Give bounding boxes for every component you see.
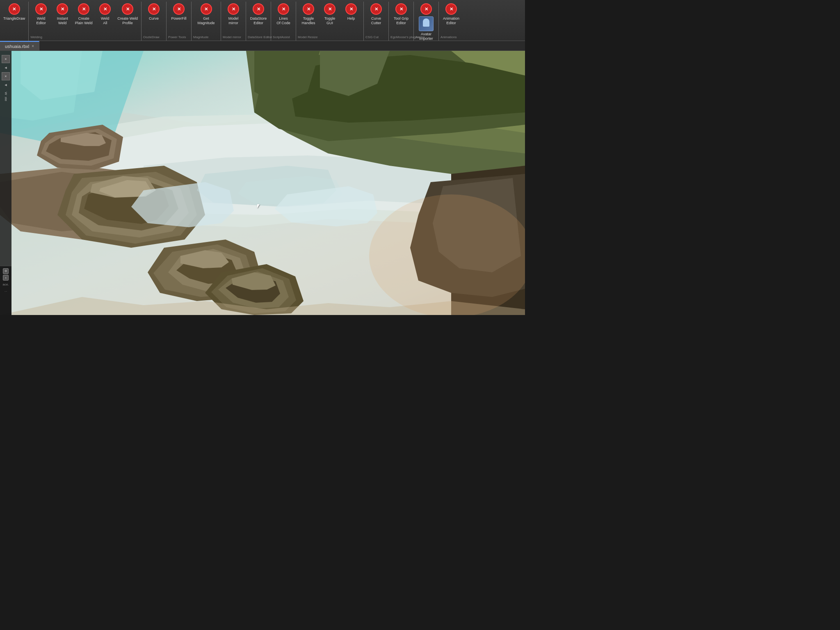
toolbar-item-create-weld-profile[interactable]: Create WeldProfile (116, 2, 139, 26)
weld-editor-label: WeldEditor (36, 16, 46, 25)
panel-arrow-2: ◄ (4, 83, 8, 87)
group-avatar: AvatarImporter Avatar (414, 2, 439, 41)
close-icon-help[interactable] (345, 3, 357, 15)
group-magnitude: Get Magnitude Magnitude (192, 2, 221, 41)
datastore-editor-label: DataStoreEditor (250, 16, 267, 25)
toolbar-item-toggle-gui[interactable]: ToggleGUI (319, 2, 340, 26)
toolbar-item-model-mirror[interactable]: Modelmirror (223, 2, 244, 26)
toggle-handles-label: ToggleHandles (302, 16, 315, 25)
magnitude-group-label: Magnitude (193, 35, 208, 39)
close-icon-avatar-importer[interactable] (420, 3, 432, 15)
notif-gear[interactable]: ⚙ (3, 268, 9, 274)
model-resize-group-label: Model Resize (298, 35, 317, 39)
close-icon-curve[interactable] (148, 3, 160, 15)
panel-close-btn-2[interactable]: × (2, 72, 10, 80)
group-egomoose: Tool GripEditor EgoMoose's plugins (389, 2, 414, 41)
curve-label: Curve (149, 16, 159, 21)
animation-editor-label: AnimationEditor (443, 16, 459, 25)
scene: × ◄ × ◄ W ste ⚙ × ace. ··· (0, 51, 525, 315)
toolbar-item-help[interactable]: Help (340, 2, 362, 22)
avatar-group-label: Avatar (415, 35, 425, 39)
panel-label-w: W (4, 92, 8, 95)
close-icon-toggle-handles[interactable] (303, 3, 314, 15)
bottom-left-panel: ⚙ × ace. ··· (0, 266, 11, 315)
toolbar: TriangleDraw WeldEditor InstantWeld Crea… (0, 0, 525, 41)
lines-of-code-label: LinesOf Code (276, 16, 290, 25)
datastore-editor-group-label: DataStore Editor (248, 35, 272, 39)
tab-close-icon[interactable]: × (32, 44, 34, 48)
close-icon-datastore-editor[interactable] (253, 3, 264, 15)
create-weld-profile-label: Create WeldProfile (117, 16, 138, 25)
terrain-svg (0, 51, 525, 315)
tab-label: ushuaia.rbxl (5, 44, 29, 49)
group-power-tools: PowerFill Power Tools (167, 2, 192, 41)
get-magnitude-label: Get Magnitude (195, 16, 217, 25)
close-icon-weld-all[interactable] (99, 3, 111, 15)
powerfill-label: PowerFill (171, 16, 187, 21)
triangledraw-label: TriangleDraw (3, 16, 25, 21)
curve-cutter-label: CurveCutter (371, 16, 381, 25)
close-icon-get-magnitude[interactable] (201, 3, 212, 15)
toolbar-item-lines-of-code[interactable]: LinesOf Code (273, 2, 294, 26)
group-scriptassist: LinesOf Code ScriptAssist (271, 2, 296, 41)
toolbar-item-get-magnitude[interactable]: Get Magnitude (193, 2, 219, 26)
group-oozledraw: Curve OozleDraw (142, 2, 167, 41)
toolbar-item-datastore-editor[interactable]: DataStoreEditor (248, 2, 269, 26)
group-model-resize: ToggleHandles ToggleGUI Help Model Resiz… (296, 2, 364, 41)
toolbar-item-weld-all[interactable]: WeldAll (94, 2, 116, 26)
viewport[interactable]: × ◄ × ◄ W ste ⚙ × ace. ··· (0, 51, 525, 315)
scriptassist-group-label: ScriptAssist (273, 35, 290, 39)
close-icon-curve-cutter[interactable] (370, 3, 382, 15)
toolbar-item-toggle-handles[interactable]: ToggleHandles (298, 2, 319, 26)
group-triangledraw: TriangleDraw (0, 2, 29, 41)
toolbar-item-tool-grip-editor[interactable]: Tool GripEditor (390, 2, 412, 26)
instant-weld-label: InstantWeld (57, 16, 68, 25)
panel-label-ste: ste (4, 97, 8, 101)
bottom-dots[interactable]: ··· (5, 290, 7, 293)
tab-ushuaia[interactable]: ushuaia.rbxl × (0, 41, 39, 50)
oozledraw-group-label: OozleDraw (143, 35, 160, 39)
model-mirror-label: Modelmirror (228, 16, 239, 25)
tool-grip-editor-label: Tool GripEditor (394, 16, 409, 25)
animations-group-label: Animations (441, 35, 457, 39)
create-plain-weld-label: CreatePlain Weld (75, 16, 93, 25)
toggle-gui-label: ToggleGUI (324, 16, 336, 25)
model-mirror-group-label: Model mirror (223, 35, 241, 39)
close-icon-instant-weld[interactable] (57, 3, 68, 15)
toolbar-item-curve[interactable]: Curve (143, 2, 164, 22)
avatar-icon (419, 16, 434, 31)
group-datastore-editor: DataStoreEditor DataStore Editor (246, 2, 271, 41)
weld-all-label: WeldAll (101, 16, 109, 25)
panel-close-btn-1[interactable]: × (2, 55, 10, 63)
toolbar-item-animation-editor[interactable]: AnimationEditor (441, 2, 462, 26)
group-welding: WeldEditor InstantWeld CreatePlain Weld … (29, 2, 142, 41)
toolbar-item-powerfill[interactable]: PowerFill (168, 2, 189, 22)
close-icon-powerfill[interactable] (173, 3, 185, 15)
toolbar-item-curve-cutter[interactable]: CurveCutter (365, 2, 387, 26)
toolbar-item-weld-editor[interactable]: WeldEditor (30, 2, 52, 26)
toolbar-item-triangledraw[interactable]: TriangleDraw (2, 2, 27, 22)
close-icon-create-weld-profile[interactable] (122, 3, 133, 15)
close-icon-weld-editor[interactable] (35, 3, 47, 15)
tabbar: ushuaia.rbxl × (0, 41, 525, 51)
group-animations: AnimationEditor Animations (439, 2, 463, 41)
panel-arrow-1[interactable]: ◄ (4, 66, 8, 70)
group-csg-cut: CurveCutter CSG Cut (364, 2, 389, 41)
close-icon-animation-editor[interactable] (445, 3, 457, 15)
close-icon-tool-grip-editor[interactable] (395, 3, 407, 15)
csg-cut-group-label: CSG Cut (365, 35, 379, 39)
bottom-label-ace: ace. (2, 283, 9, 286)
close-icon-create-plain-weld[interactable] (78, 3, 89, 15)
close-icon-model-mirror[interactable] (228, 3, 239, 15)
welding-group-label: Welding (30, 35, 42, 39)
close-icon-toggle-gui[interactable] (324, 3, 336, 15)
power-tools-group-label: Power Tools (168, 35, 186, 39)
close-icon-triangledraw[interactable] (9, 3, 20, 15)
help-label: Help (347, 16, 355, 21)
close-icon-lines-of-code[interactable] (278, 3, 289, 15)
group-model-mirror: Modelmirror Model mirror (221, 2, 246, 41)
toolbar-item-create-plain-weld[interactable]: CreatePlain Weld (73, 2, 94, 26)
notif-x[interactable]: × (3, 275, 9, 281)
toolbar-item-instant-weld[interactable]: InstantWeld (52, 2, 73, 26)
